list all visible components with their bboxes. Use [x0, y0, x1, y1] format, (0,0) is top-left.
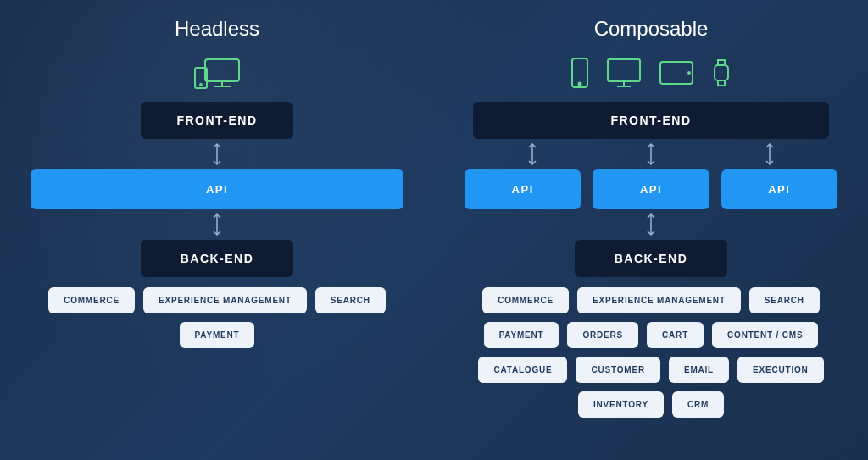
tablet-icon [658, 59, 695, 86]
headless-column: Headless FRONT-END API [25, 17, 409, 443]
service-pill: SEARCH [315, 287, 386, 313]
composable-frontend-box: FRONT-END [473, 102, 829, 139]
bidirectional-arrow-icon [209, 141, 225, 168]
arrow [209, 139, 225, 169]
service-pill: EXPERIENCE MANAGEMENT [577, 287, 741, 313]
arrow-row [473, 139, 829, 169]
diagram-container: Headless FRONT-END API [0, 0, 868, 460]
headless-title: Headless [175, 17, 259, 41]
watch-icon [710, 57, 732, 89]
composable-api-row: API API API [465, 169, 837, 209]
service-pill: INVENTORY [578, 391, 664, 418]
svg-point-4 [200, 84, 202, 86]
composable-api-box: API [721, 169, 837, 209]
composable-api-box: API [593, 169, 709, 209]
headless-frontend-box: FRONT-END [141, 102, 293, 139]
composable-device-icons [570, 56, 732, 90]
composable-backend-box: BACK-END [575, 240, 727, 277]
bidirectional-arrow-icon [209, 211, 225, 238]
svg-rect-0 [205, 59, 239, 81]
headless-backend-box: BACK-END [141, 240, 293, 277]
service-pill: CATALOGUE [478, 357, 567, 383]
service-pill: CART [647, 322, 704, 348]
service-pill: EXECUTION [737, 357, 824, 383]
headless-services: COMMERCE EXPERIENCE MANAGEMENT SEARCH PA… [25, 287, 409, 348]
service-pill: COMMERCE [48, 287, 135, 313]
monitor-icon [605, 57, 643, 89]
bidirectional-arrow-icon [761, 141, 778, 168]
composable-api-box: API [465, 169, 581, 209]
svg-point-13 [688, 72, 690, 74]
composable-column: Composable FRONT-END [459, 17, 843, 443]
composable-services: COMMERCE EXPERIENCE MANAGEMENT SEARCH PA… [459, 287, 843, 418]
svg-rect-9 [608, 59, 640, 81]
headless-api-box: API [31, 169, 403, 209]
bidirectional-arrow-icon [524, 141, 541, 168]
service-pill: COMMERCE [482, 287, 569, 313]
bidirectional-arrow-icon [643, 211, 659, 238]
service-pill: PAYMENT [484, 322, 559, 348]
service-pill: PAYMENT [180, 322, 255, 348]
bidirectional-arrow-icon [643, 141, 659, 168]
service-pill: SEARCH [749, 287, 820, 313]
svg-rect-14 [715, 65, 728, 80]
service-pill: CRM [672, 391, 724, 418]
arrow [643, 209, 659, 240]
service-pill: ORDERS [567, 322, 638, 348]
service-pill: CUSTOMER [576, 357, 659, 383]
service-pill: CONTENT / CMS [712, 322, 818, 348]
service-pill: EMAIL [669, 357, 729, 383]
arrow [209, 209, 225, 240]
headless-device-icons [193, 56, 241, 90]
svg-point-8 [579, 83, 581, 86]
service-pill: EXPERIENCE MANAGEMENT [143, 287, 307, 313]
desktop-mobile-icon [193, 56, 241, 90]
phone-icon [570, 57, 590, 89]
composable-title: Composable [594, 17, 709, 41]
